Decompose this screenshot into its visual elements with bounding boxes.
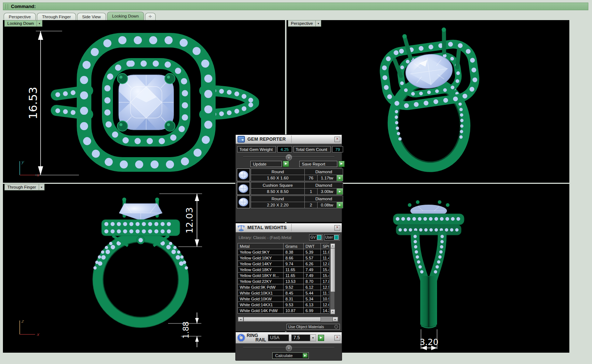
tab-side-view[interactable]: Side View (77, 13, 106, 20)
ring-size-select[interactable]: 7.5 ▼ (291, 334, 316, 341)
dimension-label: 16.53 (26, 87, 39, 120)
plus-icon: ✛ (149, 14, 152, 19)
grams-value: 10.87 (284, 308, 303, 313)
metal-name[interactable]: White Gold:14K PdW (238, 308, 283, 313)
ring-rail-title: RING RAIL (245, 333, 268, 343)
metal-name[interactable]: Yellow Gold:18KY (238, 267, 283, 272)
gem-reporter-titlebar[interactable]: GEM REPORTER ✕ (236, 135, 342, 144)
gem-thumbnail[interactable] (237, 182, 250, 195)
gem-count: 2 (305, 202, 317, 208)
metal-weights-titlebar[interactable]: METAL WEIGHTS ✕ (236, 223, 342, 232)
dropdown-icon[interactable]: ▼ (316, 20, 321, 27)
region-select[interactable]: USA (268, 334, 289, 341)
tab-through-finger[interactable]: Through Finger (37, 13, 76, 20)
scroll-down-icon[interactable]: ▼ (330, 309, 335, 314)
tab-looking-down[interactable]: Looking Down (107, 12, 144, 20)
gem-count: 76 (305, 175, 317, 181)
scroll-left-icon[interactable]: ◄ (238, 317, 243, 322)
dropdown-icon[interactable]: ▼ (39, 184, 45, 190)
update-button[interactable]: Update (250, 161, 282, 167)
viewport-title-label[interactable]: Looking Down (4, 20, 37, 27)
scrollbar-thumb[interactable] (330, 248, 335, 292)
uom-label: Use Object Materials (288, 325, 333, 329)
close-icon[interactable]: ✕ (334, 137, 340, 142)
spg-value: 12.88 (321, 261, 329, 266)
metal-name[interactable]: White Gold:14KX1 (238, 302, 283, 307)
column-header[interactable]: DWT (304, 243, 320, 249)
metal-name[interactable]: Yellow Gold:14KY (238, 261, 283, 266)
band-profile (420, 276, 437, 328)
play-icon: ▶ (303, 353, 308, 358)
grams-value: 11.65 (284, 273, 303, 278)
save-report-button[interactable]: Save Report (299, 161, 337, 167)
ring-rail-titlebar[interactable]: RING RAIL USA 7.5 ▼ ▶ ✕ (236, 332, 342, 344)
axis-gizmo: y x (20, 159, 40, 178)
scroll-right-icon[interactable]: ► (333, 317, 338, 322)
close-icon[interactable]: ✕ (334, 225, 340, 231)
gem-row-play-button[interactable]: ▶ (337, 202, 343, 208)
metal-name[interactable]: White Gold:10KW (238, 296, 283, 302)
gv-toggle[interactable]: GV (309, 234, 322, 240)
dropdown-icon[interactable]: ▼ (310, 335, 316, 341)
new-viewport-tab[interactable]: ✛ (145, 13, 156, 20)
gem-row: Cushion Square Diamond 8.50 X 8.50 1 3.0… (237, 182, 343, 195)
grams-value: 13.53 (284, 278, 303, 284)
horizontal-scrollbar[interactable]: ◄ ► (238, 316, 338, 322)
metal-name[interactable]: Yellow Gold:9KY (238, 249, 283, 255)
svg-text:y: y (21, 159, 24, 164)
metal-name[interactable]: Yellow Gold:22KY (238, 278, 283, 284)
gem-thumbnail[interactable] (237, 196, 250, 208)
play-icon[interactable]: ▶ (283, 161, 289, 167)
metal-name[interactable]: Yellow Gold:18KY R... (238, 273, 283, 278)
ring-band (93, 232, 189, 327)
gem-row-play-button[interactable]: ▶ (337, 189, 343, 194)
viewport-title-perspective[interactable]: Perspective ▼ (288, 20, 321, 27)
gem-size: 1.60 X 1.60 (251, 175, 304, 181)
gem-thumbnail[interactable] (237, 168, 250, 181)
gem-material: Diamond (305, 169, 343, 175)
total-gem-count-value: 79 (332, 146, 343, 152)
gem-row-play-button[interactable]: ▶ (337, 175, 343, 181)
play-icon: ▶ (339, 177, 341, 179)
scrollbar-thumb[interactable] (243, 317, 321, 322)
grams-value: 8.38 (284, 249, 303, 255)
collapse-up-icon[interactable]: ▲ (286, 154, 292, 160)
grams-value: 8.45 (284, 290, 303, 296)
dimension-height: 16.53 (26, 31, 79, 175)
play-icon[interactable]: ▶ (338, 161, 345, 167)
calculate-button[interactable]: Calculate ▶ (272, 352, 309, 359)
command-bar[interactable]: Command: (3, 3, 588, 10)
collapse-down-icon[interactable]: ▼ (286, 345, 292, 351)
vertical-scrollbar[interactable]: ▲ ▼ (330, 243, 335, 315)
svg-text:z: z (21, 319, 24, 324)
viewport-title-label[interactable]: Perspective (288, 20, 316, 27)
toolbar-grip[interactable] (5, 4, 8, 9)
toggle-indicator-icon (317, 235, 322, 240)
play-icon[interactable]: ▶ (318, 335, 324, 341)
column-header[interactable]: SPG (321, 243, 329, 249)
viewport-title-through-finger[interactable]: Through Finger ▼ (4, 184, 45, 190)
user-toggle[interactable]: User (324, 234, 340, 240)
viewport-title-looking-down[interactable]: Looking Down ▼ (4, 20, 42, 27)
scale-icon (237, 224, 245, 231)
viewport-title-label[interactable]: Through Finger (4, 184, 39, 190)
gem-row-table: Round Diamond 2.20 X 2.20 2 0.08tw ▶ (251, 196, 343, 208)
center-gem (119, 75, 174, 130)
use-object-materials-button[interactable]: Use Object Materials (286, 324, 340, 330)
tab-perspective[interactable]: Perspective (4, 13, 36, 20)
spg-value: 17.89 (321, 278, 329, 284)
gem-row: Round Diamond 2.20 X 2.20 2 0.08tw ▶ (237, 196, 343, 208)
column-header[interactable]: Grams (284, 243, 303, 249)
dimension-band-width: 3.20 (420, 329, 438, 350)
spg-value: 11.08 (321, 249, 329, 255)
metal-table[interactable]: Metal Grams DWT SPG Yellow Gold:9KY8.385… (238, 243, 329, 315)
metal-name[interactable]: Yellow Gold:10KY (238, 255, 283, 261)
play-icon: ▶ (339, 204, 341, 206)
metal-name[interactable]: White Gold:9K PdW (238, 284, 283, 290)
metal-name[interactable]: White Gold:10KX1 (238, 290, 283, 296)
panel-collapse-divider: ▲ (243, 154, 334, 159)
scroll-up-icon[interactable]: ▲ (330, 243, 335, 249)
close-icon[interactable]: ✕ (334, 335, 340, 341)
dropdown-icon[interactable]: ▼ (37, 20, 42, 27)
column-header[interactable]: Metal (238, 243, 283, 249)
